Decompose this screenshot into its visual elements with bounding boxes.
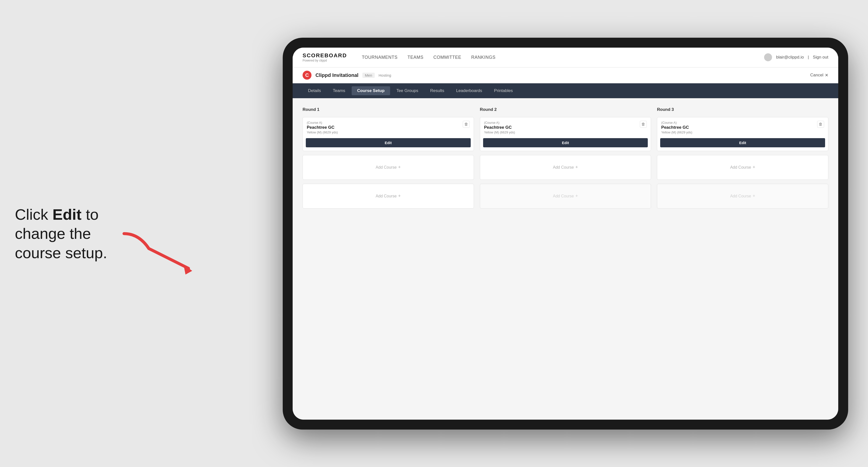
- round-3-delete-button[interactable]: 🗑: [817, 121, 824, 128]
- round-3-add-course-2-label: Add Course: [730, 194, 751, 198]
- round-1-course-info: (Course A) Peachtree GC Yellow (M) (6629…: [307, 121, 338, 134]
- tab-printables[interactable]: Printables: [489, 86, 518, 95]
- round-3-course-card: (Course A) Peachtree GC Yellow (M) (6629…: [657, 117, 828, 151]
- sign-out-link[interactable]: Sign out: [813, 55, 828, 60]
- round-1-column: Round 1 (Course A) Peachtree GC Yellow (…: [303, 107, 474, 209]
- round-1-add-course-2-label: Add Course: [376, 194, 397, 198]
- rounds-grid: Round 1 (Course A) Peachtree GC Yellow (…: [303, 107, 828, 209]
- nav-tournaments[interactable]: TOURNAMENTS: [362, 55, 398, 60]
- round-1-course-name: Peachtree GC: [307, 125, 338, 130]
- round-3-add-course-1-label: Add Course: [730, 165, 751, 169]
- round-1-course-tag: (Course A): [307, 121, 338, 125]
- round-2-course-header: (Course A) Peachtree GC Yellow (M) (6629…: [480, 117, 651, 135]
- round-3-column: Round 3 (Course A) Peachtree GC Yellow (…: [657, 107, 828, 209]
- tab-course-setup[interactable]: Course Setup: [352, 86, 390, 95]
- round-1-label: Round 1: [303, 107, 474, 112]
- round-2-add-course-1[interactable]: Add Course +: [480, 155, 651, 180]
- instruction-text: Click Edit tochange thecourse setup.: [15, 205, 107, 262]
- round-3-add-course-2-plus-icon: +: [753, 193, 755, 199]
- round-3-course-details: Yellow (M) (6629 yds): [661, 130, 692, 134]
- round-1-course-header: (Course A) Peachtree GC Yellow (M) (6629…: [303, 117, 474, 135]
- nav-links: TOURNAMENTS TEAMS COMMITTEE RANKINGS: [362, 55, 764, 60]
- main-content: Round 1 (Course A) Peachtree GC Yellow (…: [292, 98, 838, 419]
- round-2-column: Round 2 (Course A) Peachtree GC Yellow (…: [480, 107, 651, 209]
- brand-sub: Powered by clippd: [303, 59, 347, 62]
- round-1-add-course-2[interactable]: Add Course +: [303, 184, 474, 209]
- round-2-course-name: Peachtree GC: [484, 125, 515, 130]
- nav-separator: |: [808, 55, 809, 60]
- round-1-edit-button[interactable]: Edit: [306, 138, 471, 147]
- nav-right: blair@clippd.io | Sign out: [764, 53, 828, 61]
- nav-rankings[interactable]: RANKINGS: [471, 55, 496, 60]
- round-1-add-course-1[interactable]: Add Course +: [303, 155, 474, 180]
- round-3-add-course-1-plus-icon: +: [753, 165, 755, 170]
- hosting-badge: Hosting: [379, 73, 391, 77]
- round-1-add-course-1-plus-icon: +: [398, 165, 401, 170]
- tablet-screen: SCOREBOARD Powered by clippd TOURNAMENTS…: [292, 48, 838, 419]
- brand: SCOREBOARD Powered by clippd: [303, 52, 347, 62]
- tournament-bar: C Clippd Invitational Men Hosting Cancel…: [292, 67, 838, 83]
- tournament-logo: C: [303, 71, 311, 80]
- brand-name: SCOREBOARD: [303, 52, 347, 59]
- round-3-label: Round 3: [657, 107, 828, 112]
- arrow-indicator: [119, 229, 204, 278]
- instruction-prefix: Click: [15, 206, 53, 223]
- round-2-label: Round 2: [480, 107, 651, 112]
- round-2-course-tag: (Course A): [484, 121, 515, 125]
- nav-teams[interactable]: TEAMS: [407, 55, 424, 60]
- round-2-add-course-2-label: Add Course: [553, 194, 574, 198]
- round-1-trash-icon: 🗑: [464, 122, 468, 126]
- round-1-course-card: (Course A) Peachtree GC Yellow (M) (6629…: [303, 117, 474, 151]
- instruction-bold: Edit: [53, 206, 82, 223]
- cancel-x-icon: ✕: [825, 73, 828, 78]
- round-2-delete-button[interactable]: 🗑: [640, 121, 647, 128]
- round-3-edit-button[interactable]: Edit: [660, 138, 825, 147]
- nav-committee[interactable]: COMMITTEE: [434, 55, 462, 60]
- round-3-course-header: (Course A) Peachtree GC Yellow (M) (6629…: [657, 117, 828, 135]
- round-2-trash-icon: 🗑: [641, 122, 645, 126]
- round-1-add-course-1-label: Add Course: [376, 165, 397, 169]
- user-avatar: [764, 53, 772, 61]
- round-2-add-course-1-plus-icon: +: [576, 165, 578, 170]
- round-2-add-course-2-plus-icon: +: [576, 193, 578, 199]
- user-email: blair@clippd.io: [776, 55, 804, 60]
- round-2-course-card: (Course A) Peachtree GC Yellow (M) (6629…: [480, 117, 651, 151]
- round-2-course-details: Yellow (M) (6629 yds): [484, 130, 515, 134]
- top-nav: SCOREBOARD Powered by clippd TOURNAMENTS…: [292, 48, 838, 67]
- round-3-add-course-1[interactable]: Add Course +: [657, 155, 828, 180]
- tab-details[interactable]: Details: [303, 86, 327, 95]
- tab-results[interactable]: Results: [425, 86, 450, 95]
- round-2-add-course-2: Add Course +: [480, 184, 651, 209]
- round-2-course-info: (Course A) Peachtree GC Yellow (M) (6629…: [484, 121, 515, 134]
- tab-leaderboards[interactable]: Leaderboards: [451, 86, 488, 95]
- round-3-trash-icon: 🗑: [819, 122, 823, 126]
- round-1-add-course-2-plus-icon: +: [398, 193, 401, 199]
- round-3-course-tag: (Course A): [661, 121, 692, 125]
- tabs-bar: Details Teams Course Setup Tee Groups Re…: [292, 83, 838, 98]
- round-1-course-details: Yellow (M) (6629 yds): [307, 130, 338, 134]
- tournament-gender: Men: [362, 73, 374, 78]
- tournament-name: Clippd Invitational: [315, 72, 359, 78]
- cancel-button[interactable]: Cancel ✕: [810, 73, 828, 78]
- round-3-course-name: Peachtree GC: [661, 125, 692, 130]
- round-3-course-info: (Course A) Peachtree GC Yellow (M) (6629…: [661, 121, 692, 134]
- tab-teams[interactable]: Teams: [328, 86, 351, 95]
- tab-tee-groups[interactable]: Tee Groups: [391, 86, 424, 95]
- round-2-add-course-1-label: Add Course: [553, 165, 574, 169]
- round-2-edit-button[interactable]: Edit: [483, 138, 648, 147]
- svg-marker-0: [184, 264, 192, 275]
- round-3-add-course-2: Add Course +: [657, 184, 828, 209]
- tournament-title-row: C Clippd Invitational Men Hosting: [303, 71, 391, 80]
- tablet-frame: SCOREBOARD Powered by clippd TOURNAMENTS…: [283, 38, 848, 430]
- round-1-delete-button[interactable]: 🗑: [463, 121, 470, 128]
